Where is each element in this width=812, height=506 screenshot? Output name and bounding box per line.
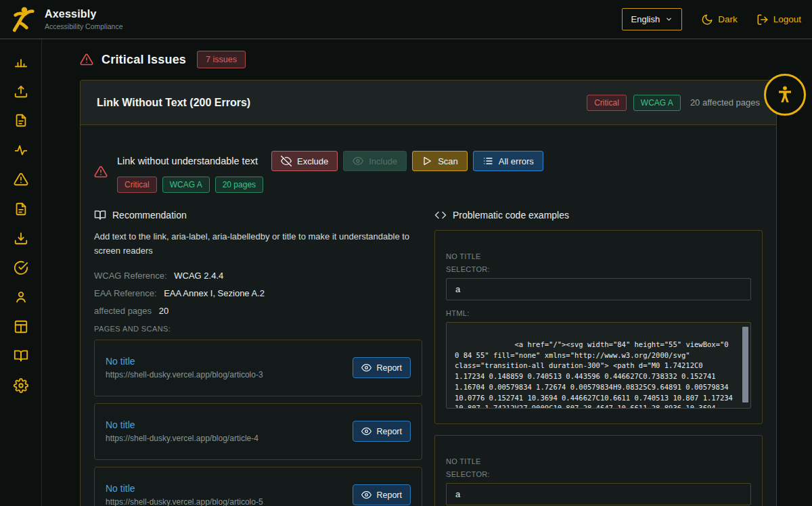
detail-severity-badge: Critical	[117, 177, 157, 193]
eye-off-icon	[281, 156, 292, 166]
page-url: https://shell-dusky.vercel.app/blog/arti…	[106, 434, 258, 443]
brand-tagline: Accessibility Compliance	[45, 22, 123, 30]
report-label: Report	[376, 427, 402, 436]
page-url: https://shell-dusky.vercel.app/blog/arti…	[106, 497, 263, 506]
eaa-reference-value: EAA Annex I, Sezione A.2	[164, 288, 265, 298]
example-title: NO TITLE	[446, 457, 751, 465]
language-select[interactable]: English	[622, 8, 683, 30]
gear-icon	[14, 378, 28, 393]
book-open-icon	[14, 348, 28, 363]
page-title-link[interactable]: No title	[106, 419, 258, 430]
eaa-reference-label: EAA Reference:	[94, 288, 157, 298]
recommendation-heading: Recommendation	[112, 210, 187, 221]
html-code-text: <a href="/"><svg width="84" height="55" …	[455, 340, 737, 409]
selector-label: SELECTOR:	[446, 265, 751, 273]
page-heading: Critical Issues 7 issues	[80, 51, 777, 68]
sidebar-item-layout[interactable]	[14, 319, 28, 334]
user-icon	[14, 290, 28, 304]
report-button[interactable]: Report	[353, 421, 411, 442]
eye-icon	[353, 156, 363, 166]
book-icon	[94, 209, 106, 221]
check-circle-icon	[14, 260, 28, 275]
eye-icon	[361, 426, 371, 436]
page-url: https://shell-dusky.vercel.app/blog/arti…	[106, 370, 263, 380]
list-icon	[482, 156, 493, 166]
affected-pages-text: 20 affected pages	[690, 97, 760, 108]
all-errors-button[interactable]: All errors	[473, 151, 543, 171]
brand-name: Axessibly	[45, 8, 123, 20]
selector-value-box: a	[446, 483, 751, 505]
error-detail-header: Link without understandable text Exclude…	[94, 151, 763, 193]
sidebar-item-upload[interactable]	[14, 84, 28, 99]
detail-pages-badge: 20 pages	[215, 177, 263, 193]
page-title: Critical Issues	[102, 53, 186, 67]
error-title: Link without understandable text	[117, 156, 258, 166]
theme-toggle-button[interactable]: Dark	[701, 14, 738, 26]
main-content: Critical Issues 7 issues Link Without Te…	[42, 39, 812, 506]
code-example-card: NO TITLE SELECTOR: a HTML: <a href="/"><…	[434, 230, 763, 424]
report-button[interactable]: Report	[353, 484, 411, 505]
document-icon	[14, 113, 28, 128]
top-bar: Axessibly Accessibility Compliance Engli…	[0, 0, 812, 39]
sidebar-item-activity[interactable]	[14, 143, 28, 158]
layout-icon	[14, 319, 28, 334]
code-scrollbar[interactable]	[742, 327, 748, 402]
exclude-button[interactable]: Exclude	[271, 151, 338, 171]
report-document-icon	[14, 202, 28, 216]
language-label: English	[631, 14, 660, 24]
logout-button[interactable]: Logout	[757, 14, 801, 26]
critical-warning-icon	[80, 53, 93, 66]
html-code-block: <a href="/"><svg width="84" height="55" …	[446, 322, 751, 409]
issue-title: Link Without Text (200 Errors)	[97, 97, 250, 109]
recommendation-column: Recommendation Add text to the link, ari…	[94, 209, 422, 506]
play-icon	[422, 156, 432, 166]
accessibility-person-icon	[775, 85, 795, 105]
issue-card-body: Link without understandable text Exclude…	[81, 125, 776, 506]
eye-icon	[361, 490, 371, 500]
scan-label: Scan	[438, 156, 458, 166]
page-list-item: No title https://shell-dusky.vercel.app/…	[94, 403, 422, 460]
sidebar-item-docs[interactable]	[14, 348, 28, 363]
detail-wcag-badge: WCAG A	[162, 177, 210, 193]
selector-label: SELECTOR:	[446, 470, 751, 478]
sidebar-item-issues[interactable]	[14, 172, 28, 187]
issue-card-header: Link Without Text (200 Errors) Critical …	[81, 80, 776, 125]
severity-badge: Critical	[587, 95, 627, 111]
include-button[interactable]: Include	[343, 151, 407, 171]
sidebar-item-dashboard[interactable]	[14, 54, 28, 69]
example-title: NO TITLE	[446, 252, 751, 260]
code-example-card: NO TITLE SELECTOR: a HTML: <a target="_b…	[434, 435, 763, 506]
all-errors-label: All errors	[499, 156, 534, 166]
affected-pages-value: 20	[159, 306, 168, 316]
accessibility-widget-button[interactable]	[764, 74, 806, 116]
logout-icon	[757, 14, 769, 26]
html-label: HTML:	[446, 309, 751, 317]
wcag-reference-label: WCAG Reference:	[94, 271, 167, 281]
sidebar-item-account[interactable]	[14, 290, 28, 304]
page-title-link[interactable]: No title	[106, 483, 263, 494]
sidebar-item-reports[interactable]	[14, 202, 28, 216]
sidebar-item-checks[interactable]	[14, 260, 28, 275]
code-icon	[434, 209, 447, 221]
include-label: Include	[369, 156, 397, 166]
exclude-label: Exclude	[297, 156, 328, 166]
brand-logo-icon	[11, 5, 37, 34]
code-examples-heading: Problematic code examples	[453, 210, 569, 221]
affected-pages-label: affected pages	[94, 306, 152, 316]
chevron-down-icon	[665, 16, 673, 23]
wcag-reference-value: WCAG 2.4.4	[174, 271, 223, 281]
sidebar-item-download[interactable]	[14, 231, 28, 246]
logout-label: Logout	[773, 14, 801, 24]
alert-triangle-icon	[14, 172, 28, 187]
activity-icon	[14, 143, 28, 158]
sidebar-item-documents[interactable]	[14, 113, 28, 128]
page-title-link[interactable]: No title	[106, 356, 263, 367]
scan-button[interactable]: Scan	[412, 151, 468, 171]
theme-toggle-label: Dark	[718, 14, 738, 24]
report-button[interactable]: Report	[353, 357, 411, 378]
bar-chart-icon	[14, 54, 28, 69]
sidebar-item-settings[interactable]	[14, 378, 28, 393]
eye-icon	[361, 363, 371, 373]
download-icon	[14, 231, 28, 246]
report-label: Report	[376, 490, 402, 500]
